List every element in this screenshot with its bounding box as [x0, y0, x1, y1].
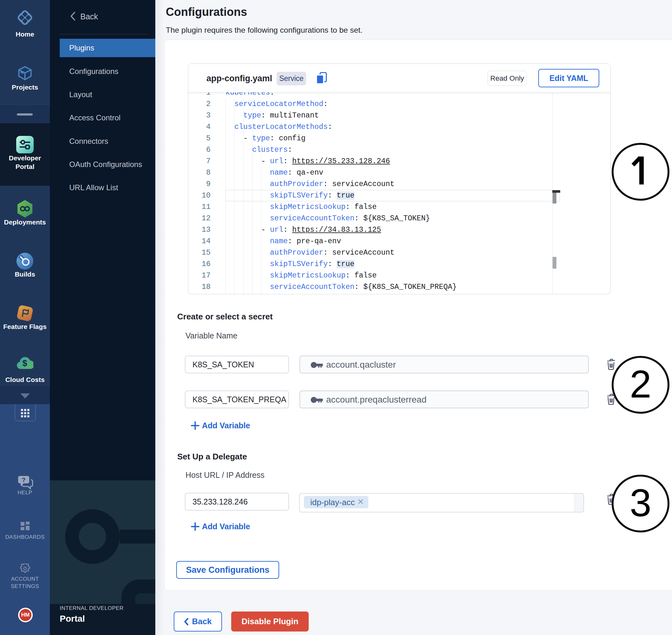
svg-text:?: ? — [22, 477, 26, 483]
svg-text:$: $ — [22, 358, 27, 368]
